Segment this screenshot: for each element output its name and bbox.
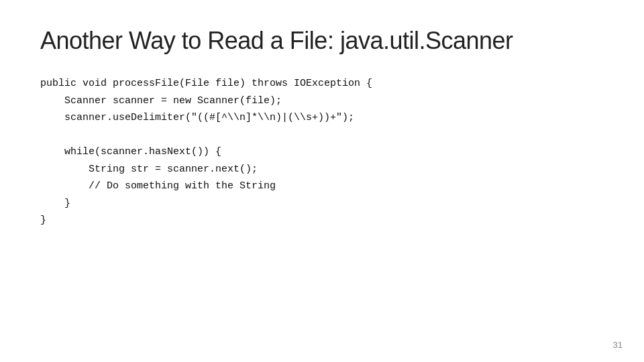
page-number: 31 — [613, 340, 623, 350]
slide: Another Way to Read a File: java.util.Sc… — [0, 0, 644, 362]
code-block: public void processFile(File file) throw… — [40, 75, 604, 229]
slide-title: Another Way to Read a File: java.util.Sc… — [40, 27, 604, 55]
